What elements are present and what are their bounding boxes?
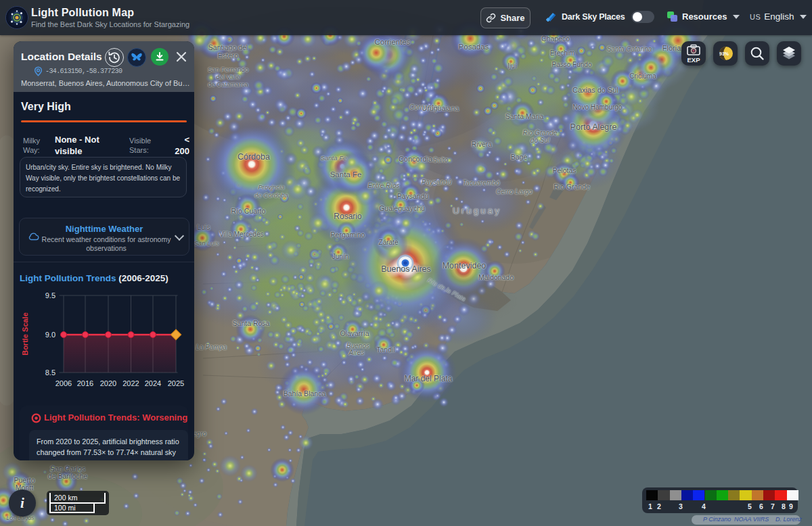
svg-text:8.5: 8.5 xyxy=(45,368,55,377)
svg-text:9.5: 9.5 xyxy=(45,291,55,300)
svg-text:2006: 2006 xyxy=(55,379,72,387)
svg-text:2020: 2020 xyxy=(100,379,116,387)
svg-text:9.0: 9.0 xyxy=(45,331,55,339)
svg-text:2024: 2024 xyxy=(145,379,161,387)
svg-text:Bortle Scale: Bortle Scale xyxy=(21,312,29,356)
svg-text:2022: 2022 xyxy=(122,379,139,387)
svg-text:93%: 93% xyxy=(719,51,729,56)
svg-text:2016: 2016 xyxy=(77,379,93,387)
svg-text:2025: 2025 xyxy=(168,379,184,387)
svg-text:EXP: EXP xyxy=(687,56,700,64)
